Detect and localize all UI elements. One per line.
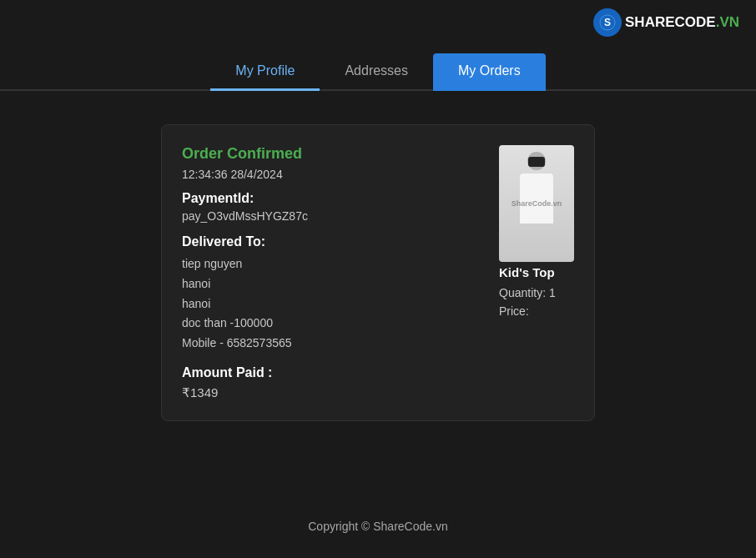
tab-my-orders[interactable]: My Orders xyxy=(433,53,546,91)
order-status: Order Confirmed xyxy=(182,145,482,163)
watermark: ShareCode.vn xyxy=(512,199,562,208)
footer: Copyright © ShareCode.vn xyxy=(0,503,756,550)
mask-decoration xyxy=(528,157,545,167)
quantity-value: 1 xyxy=(549,286,556,299)
header: S SHARECODE.VN xyxy=(0,0,756,45)
address-name: tiep nguyen xyxy=(182,257,242,270)
order-datetime: 12:34:36 28/4/2024 xyxy=(182,168,482,181)
logo: S SHARECODE.VN xyxy=(593,8,739,37)
footer-text: Copyright © ShareCode.vn xyxy=(308,520,448,533)
product-image: ShareCode.vn xyxy=(499,145,574,262)
order-amount: ₹1349 xyxy=(182,385,482,400)
amount-label: Amount Paid : xyxy=(182,365,482,380)
logo-text: SHARECODE.VN xyxy=(625,14,739,31)
product-price: Price: xyxy=(499,304,574,318)
product-quantity: Quantity: 1 xyxy=(499,286,574,299)
payment-id: pay_O3vdMssHYGZ87c xyxy=(182,209,482,223)
tab-my-profile[interactable]: My Profile xyxy=(210,53,320,91)
product-name: Kid's Top xyxy=(499,265,574,279)
quantity-label: Quantity: xyxy=(499,286,546,299)
price-label: Price: xyxy=(499,304,529,318)
svg-text:S: S xyxy=(604,17,611,28)
order-address: tiep nguyen hanoi hanoi doc than -100000… xyxy=(182,254,482,354)
tab-addresses[interactable]: Addresses xyxy=(320,53,433,91)
logo-icon: S xyxy=(593,8,622,37)
address-city1: hanoi xyxy=(182,277,210,290)
address-mobile: Mobile - 6582573565 xyxy=(182,336,292,349)
payment-label: PaymentId: xyxy=(182,191,482,206)
delivered-label: Delivered To: xyxy=(182,234,482,249)
nav-tabs: My Profile Addresses My Orders xyxy=(0,53,756,91)
main-content: Order Confirmed 12:34:36 28/4/2024 Payme… xyxy=(0,91,756,455)
product-right: ShareCode.vn Kid's Top Quantity: 1 Price… xyxy=(499,145,574,400)
address-street: doc than -100000 xyxy=(182,316,273,329)
order-details: Order Confirmed 12:34:36 28/4/2024 Payme… xyxy=(182,145,482,400)
address-city2: hanoi xyxy=(182,297,210,310)
order-card: Order Confirmed 12:34:36 28/4/2024 Payme… xyxy=(161,124,595,421)
